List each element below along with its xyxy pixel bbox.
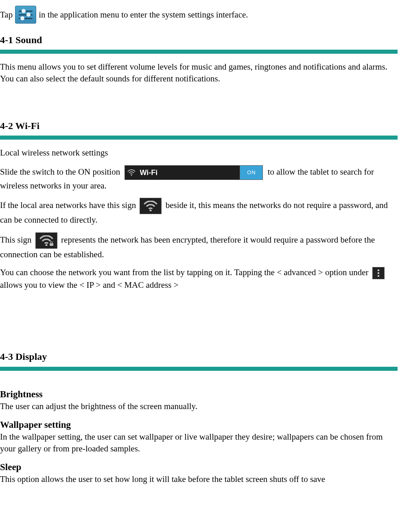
sleep-body: This option allows the user to set how l… [0,473,400,485]
sound-body: This menu allows you to set different vo… [0,61,400,84]
brightness-heading: Brightness [0,388,400,401]
wifi-toggle[interactable]: Wi-Fi ON [125,165,263,180]
wifi-open-icon [140,198,162,214]
wifi-line5-post: allows you to view the < IP > and < MAC … [0,280,179,290]
lock-icon [49,241,54,246]
brightness-body: The user can adjust the brightness of th… [0,401,400,412]
wifi-line4-pre: This sign [0,234,32,244]
intro-paragraph: Tap in the application menu to enter the… [0,6,400,24]
wifi-line1: Local wireless network settings [0,147,400,158]
wifi-icon [125,169,138,176]
wifi-line5-pre: You can choose the network you want from… [0,267,369,277]
wifi-line2-pre: Slide the switch to the ON position [0,167,120,177]
wifi-lock-paragraph: This sign represents the network has bee… [0,232,400,260]
svg-rect-3 [50,243,53,246]
divider [0,136,398,140]
intro-text-post: in the application menu to enter the sys… [39,9,248,20]
svg-point-2 [45,244,47,245]
wifi-locked-icon [35,232,57,249]
svg-point-0 [131,175,132,176]
wifi-toggle-state[interactable]: ON [240,166,262,180]
wallpaper-heading: Wallpaper setting [0,418,400,431]
svg-point-1 [150,210,152,211]
divider [0,367,398,371]
settings-icon [15,6,36,24]
wifi-line3-pre: If the local area networks have this sig… [0,200,136,210]
wallpaper-body: In the wallpaper setting, the user can s… [0,431,400,454]
wifi-switch-paragraph: Slide the switch to the ON position Wi-F… [0,165,400,191]
wifi-open-paragraph: If the local area networks have this sig… [0,198,400,225]
wifi-advanced-paragraph: You can choose the network you want from… [0,267,400,291]
intro-text-pre: Tap [0,9,13,20]
wifi-heading: 4-2 Wi-Fi [0,119,400,132]
wifi-toggle-label: Wi-Fi [138,168,240,177]
sleep-heading: Sleep [0,461,400,473]
display-heading: 4-3 Display [0,350,400,363]
divider [0,50,398,54]
overflow-menu-icon[interactable] [372,267,385,279]
sound-heading: 4-1 Sound [0,33,400,46]
